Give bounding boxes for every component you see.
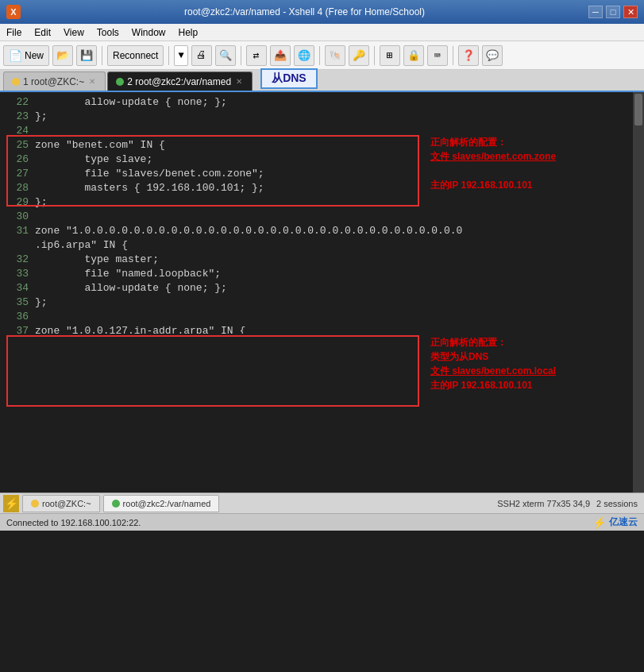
- menu-help[interactable]: Help: [172, 25, 205, 40]
- status-tab2-indicator: [112, 500, 120, 508]
- terminal-line: 23};: [0, 110, 644, 124]
- toolbar: 📄 New 📂 💾 Reconnect ▼ 🖨 🔍 ⇄ 📤 🌐 🐚 🔑 ⊞ 🔒 …: [0, 41, 644, 70]
- tab-2[interactable]: 2 root@zkc2:/var/named ✕: [107, 71, 253, 91]
- status-right: SSH2 xterm 77x35 34,9 2 sessions: [497, 499, 644, 508]
- key-button[interactable]: 🔑: [349, 45, 369, 66]
- terminal-area: 22 allow-update { none; };23};2425zone "…: [0, 92, 644, 492]
- logo-text: 亿速云: [609, 516, 638, 529]
- menu-tools[interactable]: Tools: [91, 25, 125, 40]
- search-button[interactable]: 🔍: [215, 45, 236, 66]
- terminal-line: 22 allow-update { none; };: [0, 95, 644, 110]
- status-tab-1[interactable]: root@ZKC:~: [22, 495, 100, 512]
- minimize-button[interactable]: ─: [588, 6, 603, 18]
- terminal-line: 33 file "named.loopback";: [0, 267, 644, 281]
- tab1-close[interactable]: ✕: [87, 77, 97, 87]
- session-icon[interactable]: ⚡: [3, 495, 19, 512]
- maximize-button[interactable]: □: [606, 6, 620, 18]
- tab2-close[interactable]: ✕: [234, 77, 244, 87]
- shell-button[interactable]: 🐚: [325, 45, 345, 66]
- help-button[interactable]: ❓: [458, 45, 479, 66]
- sep4: [319, 46, 320, 65]
- print-button[interactable]: 🖨: [191, 45, 212, 66]
- status-tab-2[interactable]: root@zkc2:/var/named: [103, 495, 220, 512]
- terminal-line: 26 type slave;: [0, 153, 644, 167]
- sep1: [102, 46, 102, 65]
- close-button[interactable]: ✕: [623, 6, 638, 18]
- tab1-indicator: [12, 78, 20, 86]
- sep3: [241, 46, 241, 65]
- tab-1[interactable]: 1 root@ZKC:~ ✕: [3, 71, 106, 91]
- terminal-line: 37zone "1.0.0.127.in-addr.arpa" IN {: [0, 324, 644, 334]
- keyboard-button[interactable]: ⌨: [427, 45, 448, 66]
- terminal-line: 25zone "benet.com" IN {: [0, 138, 644, 153]
- new-icon: 📄: [9, 49, 22, 62]
- terminal-line: .ip6.arpa" IN {: [0, 238, 644, 253]
- terminal-line: 31zone "1.0.0.0.0.0.0.0.0.0.0.0.0.0.0.0.…: [0, 224, 644, 238]
- terminal-line: 36: [0, 310, 644, 324]
- tab2-indicator: [116, 78, 124, 86]
- tab2-label: 2 root@zkc2:/var/named: [127, 76, 231, 87]
- status-bar: ⚡ root@ZKC:~ root@zkc2:/var/named SSH2 x…: [0, 492, 644, 513]
- sep5: [374, 46, 375, 65]
- lock-button[interactable]: 🔒: [403, 45, 424, 66]
- terminal-line: 29};: [0, 195, 644, 210]
- status-tab2-label: root@zkc2:/var/named: [123, 499, 211, 508]
- terminal-line: 24: [0, 124, 644, 138]
- menu-view[interactable]: View: [57, 25, 91, 40]
- scrollbar-thumb[interactable]: [634, 94, 642, 126]
- reconnect-label: Reconnect: [113, 50, 158, 61]
- session-dropdown[interactable]: ▼: [174, 45, 187, 66]
- terminal-line: 35};: [0, 295, 644, 310]
- open-button[interactable]: 📂: [52, 45, 73, 66]
- connection-info: Connected to 192.168.100.102:22.: [6, 518, 141, 527]
- terminal-scrollbar[interactable]: [633, 92, 644, 492]
- status-tab1-label: root@ZKC:~: [42, 499, 91, 508]
- terminal-line: 28 masters { 192.168.100.101; };: [0, 181, 644, 195]
- reconnect-button[interactable]: Reconnect: [107, 45, 164, 66]
- window-controls: ─ □ ✕: [588, 6, 638, 18]
- transfer-button[interactable]: ⇄: [246, 45, 267, 66]
- menu-edit[interactable]: Edit: [28, 25, 57, 40]
- terminal-line: 27 file "slaves/benet.com.zone";: [0, 167, 644, 181]
- menu-bar: File Edit View Tools Window Help: [0, 24, 644, 41]
- sep2: [168, 46, 169, 65]
- terminal-line: 32 type master;: [0, 253, 644, 267]
- save-button[interactable]: 💾: [76, 45, 97, 66]
- globe-button[interactable]: 🌐: [294, 45, 314, 66]
- logo: ⚡ 亿速云: [592, 516, 638, 529]
- window-title: root@zkc2:/var/named - Xshell 4 (Free fo…: [21, 6, 588, 17]
- status-tab1-indicator: [31, 500, 39, 508]
- terminal-content[interactable]: 22 allow-update { none; };23};2425zone "…: [0, 92, 644, 334]
- tab-bar: 1 root@ZKC:~ ✕ 2 root@zkc2:/var/named ✕ …: [0, 70, 644, 92]
- chat-button[interactable]: 💬: [482, 45, 503, 66]
- sessions-count: 2 sessions: [596, 499, 638, 508]
- menu-file[interactable]: File: [0, 25, 28, 40]
- terminal-line: 30: [0, 210, 644, 224]
- app-icon: X: [6, 5, 21, 19]
- info-bar: Connected to 192.168.100.102:22. ⚡ 亿速云: [0, 513, 644, 531]
- new-label: New: [25, 50, 44, 61]
- menu-window[interactable]: Window: [125, 25, 172, 40]
- new-button[interactable]: 📄 New: [3, 45, 49, 66]
- sep6: [453, 46, 453, 65]
- sftp-button[interactable]: 📤: [270, 45, 291, 66]
- annotation-box-2: [6, 335, 419, 407]
- grid-button[interactable]: ⊞: [380, 45, 400, 66]
- ssh-info: SSH2 xterm 77x35 34,9: [497, 499, 590, 508]
- tab1-label: 1 root@ZKC:~: [23, 76, 84, 87]
- dns-label: 从DNS: [260, 68, 318, 89]
- annotation-text-2: 正向解析的配置： 类型为从DNS 文件 slaves/benet.com.loc…: [430, 335, 556, 392]
- terminal-line: 34 allow-update { none; };: [0, 281, 644, 295]
- title-bar: X root@zkc2:/var/named - Xshell 4 (Free …: [0, 0, 644, 24]
